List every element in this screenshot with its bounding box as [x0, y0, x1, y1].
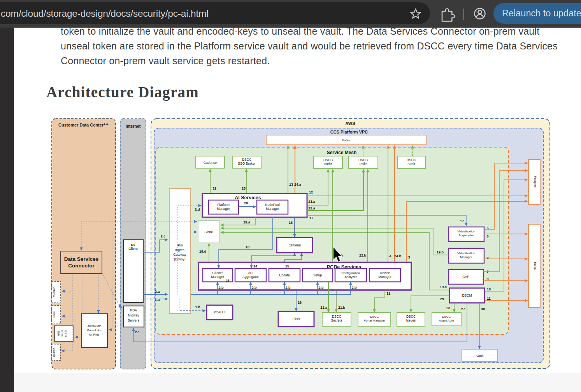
svg-text:10: 10 — [487, 287, 491, 291]
svg-text:PCAI UI: PCAI UI — [214, 310, 226, 314]
svg-text:Setup: Setup — [313, 273, 322, 277]
svg-text:21.a: 21.a — [320, 306, 328, 309]
svg-text:DSCC: DSCC — [406, 315, 416, 318]
svg-text:DSCC: DSCC — [332, 315, 341, 318]
svg-text:5: 5 — [486, 226, 488, 230]
svg-text:DSCC: DSCC — [323, 158, 333, 162]
svg-text:Ingres: Ingres — [175, 248, 184, 252]
svg-text:12: 12 — [309, 190, 313, 194]
svg-text:2.c: 2.c — [161, 234, 166, 238]
svg-text:1.a: 1.a — [155, 298, 160, 302]
svg-text:19.b: 19.b — [437, 250, 444, 254]
svg-text:SSO Broker: SSO Broker — [238, 162, 256, 165]
svg-text:14: 14 — [253, 264, 257, 268]
svg-text:AWS: AWS — [345, 121, 355, 126]
svg-text:26: 26 — [298, 301, 302, 304]
svg-text:32: 32 — [212, 186, 216, 190]
svg-text:11: 11 — [487, 297, 491, 301]
svg-text:6: 6 — [486, 234, 488, 238]
svg-text:nt 8.0: nt 8.0 — [64, 330, 67, 337]
svg-text:Manager: Manager — [266, 207, 279, 211]
svg-text:DSCC: DSCC — [242, 158, 251, 162]
svg-text:Vault: Vault — [476, 354, 484, 358]
svg-text:27: 27 — [135, 330, 139, 334]
svg-text:Update: Update — [279, 273, 290, 277]
svg-text:Customer Data Center***: Customer Data Center*** — [58, 123, 109, 127]
svg-text:25: 25 — [242, 186, 246, 190]
svg-text:Connector: Connector — [68, 263, 95, 269]
svg-text:Kafka: Kafka — [342, 139, 350, 142]
svg-text:Aggregator: Aggregator — [458, 234, 474, 237]
svg-text:28: 28 — [446, 306, 450, 310]
svg-text:Tasks: Tasks — [359, 162, 367, 166]
svg-text:API: API — [248, 271, 253, 275]
svg-text:16: 16 — [289, 221, 293, 225]
svg-text:DSCC: DSCC — [358, 158, 368, 162]
svg-text:19.d: 19.d — [199, 250, 206, 253]
svg-text:NodePool: NodePool — [265, 203, 279, 207]
svg-text:Client: Client — [128, 247, 138, 251]
svg-text:18: 18 — [246, 245, 249, 249]
svg-text:22.a: 22.a — [308, 206, 316, 210]
svg-text:15: 15 — [285, 264, 289, 268]
svg-text:Istio: Istio — [177, 243, 183, 247]
svg-text:Aggregator: Aggregator — [242, 275, 259, 279]
svg-text:Cluster: Cluster — [212, 271, 223, 275]
svg-text:HPE: HPE — [57, 331, 60, 336]
svg-text:2.b: 2.b — [351, 286, 357, 290]
svg-text:ProLia: ProLia — [61, 330, 63, 337]
svg-text:22.b: 22.b — [359, 253, 367, 257]
svg-text:CVP: CVP — [462, 275, 469, 279]
svg-text:Gateway: Gateway — [173, 253, 186, 257]
svg-text:Manager: Manager — [378, 275, 391, 279]
svg-text:Device: Device — [380, 271, 390, 275]
svg-text:DSCM: DSCM — [462, 294, 472, 297]
svg-text:2.b: 2.b — [218, 286, 224, 290]
svg-text:Analyzer: Analyzer — [344, 275, 356, 279]
svg-text:31: 31 — [386, 292, 390, 295]
svg-text:Ezmeral: Ezmeral — [288, 243, 300, 247]
svg-text:for Files: for Files — [89, 333, 100, 336]
svg-text:Virtualization: Virtualization — [457, 251, 475, 255]
svg-text:13: 13 — [289, 183, 293, 186]
svg-text:Agent Auth: Agent Auth — [439, 319, 454, 322]
svg-text:Kafka: Kafka — [534, 262, 537, 270]
svg-text:Platform: Platform — [217, 203, 230, 207]
svg-text:Portal Manager: Portal Manager — [364, 319, 385, 322]
svg-text:7: 7 — [486, 270, 488, 274]
svg-text:26: 26 — [226, 279, 230, 282]
svg-text:Manager: Manager — [460, 255, 472, 259]
svg-text:Configuration: Configuration — [341, 271, 360, 275]
svg-text:ESXi: ESXi — [53, 311, 55, 318]
svg-text:17: 17 — [309, 216, 313, 220]
svg-text:21.b: 21.b — [338, 306, 346, 309]
svg-text:2.b: 2.b — [285, 286, 291, 290]
svg-text:24.a: 24.a — [294, 183, 302, 186]
svg-text:2.d: 2.d — [195, 207, 200, 211]
svg-text:DSCC: DSCC — [407, 158, 416, 162]
svg-text:Alletra MP: Alletra MP — [88, 324, 101, 328]
svg-text:3: 3 — [408, 255, 410, 259]
svg-text:Postgres: Postgres — [534, 176, 537, 188]
svg-text:29: 29 — [440, 297, 444, 301]
svg-text:Internet: Internet — [126, 124, 141, 128]
svg-text:19.a: 19.a — [243, 220, 251, 224]
svg-text:Secrets: Secrets — [331, 318, 342, 322]
svg-text:RDA: RDA — [130, 308, 137, 312]
svg-text:DSCC: DSCC — [442, 315, 451, 318]
svg-text:4: 4 — [389, 254, 391, 258]
svg-text:19.c: 19.c — [440, 285, 447, 289]
svg-text:8: 8 — [486, 277, 488, 281]
svg-text:Cadence: Cadence — [204, 161, 217, 165]
svg-text:Servers: Servers — [128, 318, 139, 322]
svg-text:Data Services: Data Services — [64, 256, 99, 262]
svg-text:Virtualization: Virtualization — [457, 230, 475, 233]
svg-text:vCenter: vCenter — [53, 287, 55, 297]
svg-text:23.a: 23.a — [308, 200, 316, 204]
svg-text:30: 30 — [481, 307, 485, 311]
svg-text:(Envoy): (Envoy) — [174, 257, 185, 261]
svg-text:DSCC: DSCC — [370, 315, 379, 318]
svg-text:Fleet: Fleet — [293, 317, 300, 321]
svg-text:2.b: 2.b — [318, 286, 324, 290]
svg-text:27: 27 — [461, 307, 465, 311]
